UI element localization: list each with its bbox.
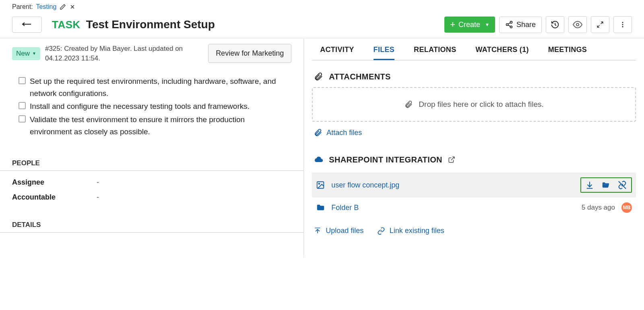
file-meta: 5 days ago (582, 204, 615, 212)
accountable-label: Accountable (12, 193, 97, 202)
attachments-heading: ATTACHMENTS (329, 72, 391, 81)
sharepoint-heading: SHAREPOINT INTEGRATION (329, 155, 442, 164)
dropzone-text: Drop files here or click to attach files… (419, 100, 543, 109)
checklist-item: Install and configure the necessary test… (19, 100, 287, 112)
checkbox[interactable] (19, 102, 26, 109)
svg-point-2 (510, 26, 512, 28)
expand-icon (597, 21, 604, 28)
svg-point-5 (622, 24, 623, 25)
fullscreen-button[interactable] (591, 16, 609, 33)
download-icon[interactable] (585, 181, 594, 189)
review-button[interactable]: Review for Marketing (208, 44, 291, 63)
cloud-icon (314, 155, 323, 164)
share-icon (505, 21, 513, 29)
link-existing-label: Link existing files (390, 227, 444, 235)
svg-point-1 (506, 24, 508, 26)
close-icon[interactable] (69, 4, 76, 10)
people-heading: PEOPLE (0, 143, 303, 171)
avatar[interactable]: MB (621, 202, 632, 213)
svg-point-6 (622, 26, 623, 27)
paperclip-icon (314, 72, 323, 81)
file-row[interactable]: Folder B 5 days ago MB (312, 198, 636, 218)
assignee-value[interactable]: - (97, 178, 99, 187)
paperclip-plus-icon (314, 128, 322, 137)
parent-link[interactable]: Testing (36, 3, 57, 10)
tab-relations[interactable]: RELATIONS (414, 46, 456, 60)
checklist-text: Set up the required test environments, i… (30, 75, 287, 100)
checklist-item: Set up the required test environments, i… (19, 75, 287, 100)
parent-label: Parent: (12, 3, 33, 10)
checklist-item: Validate the test environment to ensure … (19, 114, 287, 138)
upload-files-link[interactable]: Upload files (312, 220, 365, 241)
unlink-icon[interactable] (617, 181, 627, 189)
tab-watchers[interactable]: WATCHERS (1) (475, 46, 528, 60)
folder-icon (316, 203, 325, 212)
file-row[interactable]: user flow concept.jpg (312, 173, 636, 198)
edit-icon[interactable] (60, 4, 66, 10)
status-label: New (16, 50, 30, 58)
tab-meetings[interactable]: MEETINGS (548, 46, 587, 60)
kebab-icon (619, 21, 626, 28)
file-name[interactable]: user flow concept.jpg (331, 181, 574, 189)
chevron-down-icon: ▼ (32, 51, 36, 56)
chevron-down-icon: ▼ (485, 22, 489, 27)
page-title[interactable]: Test Environment Setup (86, 18, 444, 31)
assignee-label: Assignee (12, 178, 97, 187)
paperclip-plus-icon (404, 100, 413, 109)
external-link-icon[interactable] (448, 156, 455, 163)
tab-activity[interactable]: ACTIVITY (320, 46, 354, 60)
plus-icon: + (450, 20, 455, 29)
open-folder-icon[interactable] (601, 181, 610, 189)
checkbox[interactable] (19, 77, 26, 84)
tab-files[interactable]: FILES (374, 46, 395, 60)
status-dropdown[interactable]: New ▼ (12, 47, 40, 60)
more-button[interactable] (613, 16, 632, 33)
checklist-text: Validate the test environment to ensure … (30, 114, 287, 138)
accountable-value[interactable]: - (97, 193, 99, 202)
link-existing-link[interactable]: Link existing files (375, 220, 446, 241)
svg-point-0 (510, 21, 512, 23)
image-icon (316, 181, 325, 189)
upload-files-label: Upload files (326, 227, 363, 235)
attach-files-link[interactable]: Attach files (312, 122, 363, 144)
svg-point-8 (319, 183, 320, 184)
row-actions (580, 177, 632, 193)
share-button[interactable]: Share (499, 17, 542, 33)
details-heading: DETAILS (0, 205, 303, 233)
create-button[interactable]: + Create ▼ (444, 17, 495, 33)
meta-text: #325: Created by Mia Bayer. Last updated… (45, 44, 203, 63)
create-label: Create (458, 21, 480, 29)
svg-point-3 (576, 23, 579, 26)
svg-point-4 (622, 22, 623, 23)
dropzone[interactable]: Drop files here or click to attach files… (312, 87, 636, 122)
history-button[interactable] (546, 16, 564, 33)
type-badge: TASK (52, 19, 80, 31)
back-button[interactable] (12, 17, 42, 33)
watch-button[interactable] (568, 16, 587, 33)
checkbox[interactable] (19, 115, 26, 123)
link-icon (377, 227, 386, 235)
eye-icon (573, 20, 582, 29)
history-icon (551, 20, 559, 29)
file-name[interactable]: Folder B (331, 204, 575, 212)
upload-icon (314, 227, 322, 235)
share-label: Share (516, 21, 536, 29)
checklist-text: Install and configure the necessary test… (30, 100, 250, 112)
attach-files-label: Attach files (326, 129, 362, 137)
